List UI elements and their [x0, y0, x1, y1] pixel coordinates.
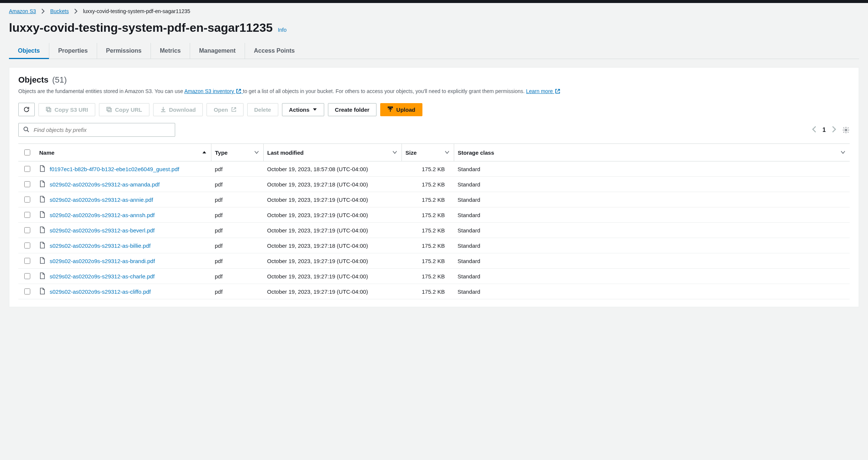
copy-s3-uri-button[interactable]: Copy S3 URI [38, 103, 95, 116]
cell-last-modified: October 19, 2023, 19:27:19 (UTC-04:00) [263, 253, 402, 269]
caret-down-icon [313, 107, 317, 112]
table-row: s029s02-as0202o9s-s29312-as-annsh.pdfpdf… [18, 207, 850, 223]
chevron-right-icon [74, 9, 78, 14]
table-row: s029s02-as0202o9s-s29312-as-brandi.pdfpd… [18, 253, 850, 269]
row-checkbox[interactable] [24, 181, 30, 187]
cell-last-modified: October 19, 2023, 19:27:19 (UTC-04:00) [263, 269, 402, 284]
actions-button[interactable]: Actions [282, 103, 324, 116]
copy-url-button[interactable]: Copy URL [99, 103, 149, 116]
row-checkbox[interactable] [24, 273, 30, 279]
open-button[interactable]: Open [207, 103, 243, 116]
cell-last-modified: October 19, 2023, 19:27:18 (UTC-04:00) [263, 238, 402, 253]
tab-metrics[interactable]: Metrics [151, 43, 190, 59]
cell-size: 175.2 KB [402, 238, 454, 253]
sort-icon [393, 149, 397, 156]
breadcrumb-current: luxxy-covid-testing-system-pdf-en-sagar1… [83, 8, 190, 14]
cell-type: pdf [211, 192, 263, 207]
cell-storage-class: Standard [454, 161, 850, 177]
tab-objects[interactable]: Objects [9, 43, 49, 59]
file-icon [39, 180, 45, 188]
delete-button[interactable]: Delete [247, 103, 278, 116]
tab-properties[interactable]: Properties [49, 43, 97, 59]
file-icon [39, 257, 45, 265]
tab-permissions[interactable]: Permissions [97, 43, 151, 59]
table-row: s029s02-as0202o9s-s29312-as-charle.pdfpd… [18, 269, 850, 284]
col-name[interactable]: Name [35, 144, 211, 161]
inventory-link[interactable]: Amazon S3 inventory [184, 88, 243, 94]
delete-label: Delete [254, 106, 271, 113]
file-icon [39, 242, 45, 250]
cell-storage-class: Standard [454, 284, 850, 299]
cell-size: 175.2 KB [402, 192, 454, 207]
breadcrumb: Amazon S3 Buckets luxxy-covid-testing-sy… [9, 7, 859, 18]
panel-title: Objects [18, 75, 49, 85]
cell-last-modified: October 19, 2023, 19:27:19 (UTC-04:00) [263, 284, 402, 299]
col-last-modified[interactable]: Last modified [263, 144, 402, 161]
search-input[interactable] [33, 126, 170, 133]
object-link[interactable]: s029s02-as0202o9s-s29312-as-brandi.pdf [50, 258, 155, 264]
col-type[interactable]: Type [211, 144, 263, 161]
cell-size: 175.2 KB [402, 161, 454, 177]
row-checkbox[interactable] [24, 243, 30, 248]
select-all-header[interactable] [18, 144, 35, 161]
cell-last-modified: October 19, 2023, 19:27:19 (UTC-04:00) [263, 223, 402, 238]
cell-type: pdf [211, 207, 263, 223]
prev-page-button[interactable] [812, 126, 816, 134]
open-label: Open [214, 106, 228, 113]
row-checkbox[interactable] [24, 212, 30, 218]
search-box[interactable] [18, 123, 175, 137]
external-link-icon [555, 88, 560, 96]
row-checkbox[interactable] [24, 288, 30, 294]
next-page-button[interactable] [832, 126, 836, 134]
chevron-right-icon [41, 9, 45, 14]
row-checkbox[interactable] [24, 258, 30, 264]
file-icon [39, 288, 45, 296]
svg-rect-1 [47, 108, 51, 112]
refresh-button[interactable] [18, 103, 35, 116]
cell-storage-class: Standard [454, 253, 850, 269]
copy-url-label: Copy URL [115, 106, 142, 113]
actions-label: Actions [289, 106, 310, 113]
object-link[interactable]: s029s02-as0202o9s-s29312-as-annsh.pdf [50, 212, 155, 218]
copy-icon [46, 106, 52, 112]
tab-access-points[interactable]: Access Points [245, 43, 304, 59]
object-link[interactable]: s029s02-as0202o9s-s29312-as-beverl.pdf [50, 227, 155, 234]
tab-management[interactable]: Management [190, 43, 245, 59]
select-all-checkbox[interactable] [24, 149, 30, 155]
row-checkbox[interactable] [24, 197, 30, 203]
file-icon [39, 165, 45, 173]
cell-size: 175.2 KB [402, 284, 454, 299]
settings-button[interactable] [842, 126, 850, 134]
cell-last-modified: October 19, 2023, 18:57:08 (UTC-04:00) [263, 161, 402, 177]
cell-type: pdf [211, 223, 263, 238]
svg-rect-0 [46, 107, 50, 111]
objects-panel: Objects (51) Objects are the fundamental… [9, 67, 859, 307]
sort-icon [254, 149, 259, 156]
col-size[interactable]: Size [402, 144, 454, 161]
download-button[interactable]: Download [153, 103, 203, 116]
object-link[interactable]: f0197ec1-b82b-4f70-b132-ebe1c02e6049_gue… [50, 166, 179, 172]
breadcrumb-root-link[interactable]: Amazon S3 [9, 8, 36, 14]
cell-storage-class: Standard [454, 177, 850, 192]
breadcrumb-buckets-link[interactable]: Buckets [50, 8, 69, 14]
upload-button[interactable]: Upload [380, 103, 422, 116]
gear-icon [842, 129, 850, 135]
object-link[interactable]: s029s02-as0202o9s-s29312-as-annie.pdf [50, 197, 153, 203]
panel-desc-text: Objects are the fundamental entities sto… [18, 88, 184, 94]
cell-storage-class: Standard [454, 269, 850, 284]
info-link[interactable]: Info [278, 27, 286, 33]
cell-storage-class: Standard [454, 223, 850, 238]
create-folder-button[interactable]: Create folder [328, 103, 377, 116]
top-nav-bar [0, 0, 868, 3]
object-link[interactable]: s029s02-as0202o9s-s29312-as-billie.pdf [50, 243, 151, 249]
cell-last-modified: October 19, 2023, 19:27:19 (UTC-04:00) [263, 192, 402, 207]
panel-desc-text2: to get a list of all objects in your buc… [243, 88, 526, 94]
learn-more-link[interactable]: Learn more [526, 88, 560, 94]
object-link[interactable]: s029s02-as0202o9s-s29312-as-amanda.pdf [50, 181, 159, 188]
object-link[interactable]: s029s02-as0202o9s-s29312-as-charle.pdf [50, 273, 155, 280]
table-row: s029s02-as0202o9s-s29312-as-billie.pdfpd… [18, 238, 850, 253]
row-checkbox[interactable] [24, 227, 30, 233]
object-link[interactable]: s029s02-as0202o9s-s29312-as-cliffo.pdf [50, 288, 151, 295]
row-checkbox[interactable] [24, 166, 30, 172]
col-storage-class[interactable]: Storage class [454, 144, 850, 161]
